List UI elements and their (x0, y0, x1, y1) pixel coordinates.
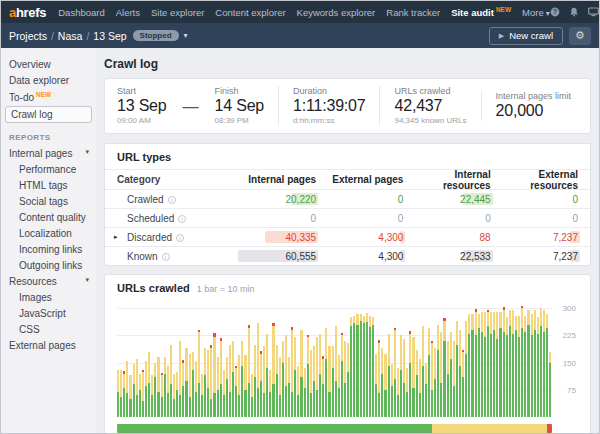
chart-bar[interactable] (484, 312, 486, 417)
chart-bar[interactable] (540, 308, 542, 417)
chart-bar[interactable] (288, 357, 290, 417)
chart-bar[interactable] (251, 374, 253, 418)
category-cell[interactable]: Crawledi (105, 194, 241, 205)
sidebar-item-javascript[interactable]: JavaScript (1, 305, 96, 321)
chart-bar[interactable] (356, 314, 358, 417)
breadcrumb-projects[interactable]: Projects (9, 30, 47, 42)
chart-bar[interactable] (223, 370, 225, 417)
chart-bar[interactable] (316, 337, 318, 417)
sidebar-item-html-tags[interactable]: HTML tags (1, 177, 96, 193)
chart-bar[interactable] (437, 325, 439, 417)
chart-bar[interactable] (372, 317, 374, 417)
category-cell[interactable]: Scheduledi (105, 213, 241, 224)
chart-bar[interactable] (157, 357, 159, 417)
column-header-external-pages[interactable]: External pages (328, 174, 415, 185)
chart-bar[interactable] (537, 317, 539, 417)
chart-bar[interactable] (388, 334, 390, 417)
chart-bar[interactable] (524, 316, 526, 418)
chart-bar[interactable] (123, 371, 125, 417)
chart-bar[interactable] (154, 363, 156, 417)
chart-bar[interactable] (471, 314, 473, 417)
chart-bar[interactable] (266, 334, 268, 417)
breadcrumb-13-sep[interactable]: 13 Sep (93, 30, 126, 42)
nav-item-site-audit[interactable]: Site auditNEW (451, 6, 511, 18)
chart-bar[interactable] (117, 370, 119, 417)
chart-bar[interactable] (431, 341, 433, 417)
chart-bar[interactable] (375, 354, 377, 417)
help-icon[interactable]: ? (550, 7, 560, 17)
expand-caret-icon[interactable]: ▸ (114, 233, 118, 241)
chart-bar[interactable] (338, 355, 340, 417)
chart-bar[interactable] (512, 310, 514, 417)
chevron-down-icon[interactable]: ▾ (184, 31, 188, 40)
chart-bar[interactable] (391, 364, 393, 417)
chart-bar[interactable] (546, 314, 548, 417)
chart-bar[interactable] (170, 345, 172, 418)
chart-bar[interactable] (397, 368, 399, 417)
chart-bar[interactable] (173, 374, 175, 418)
chart-bar[interactable] (422, 326, 424, 417)
chart-bar[interactable] (409, 331, 411, 417)
info-icon[interactable]: i (162, 253, 170, 261)
info-icon[interactable]: i (176, 234, 184, 242)
chart-bar[interactable] (126, 361, 128, 417)
chart-bar[interactable] (531, 314, 533, 417)
chart-bar[interactable] (353, 316, 355, 418)
chart-bar[interactable] (189, 354, 191, 417)
monitor-icon[interactable] (588, 7, 599, 17)
chart-bar[interactable] (235, 366, 237, 417)
bell-icon[interactable] (569, 7, 579, 17)
chart-bar[interactable] (182, 360, 184, 417)
chart-bar[interactable] (120, 370, 122, 417)
chart-bar[interactable] (335, 326, 337, 417)
chart-bar[interactable] (310, 350, 312, 417)
chart-bar[interactable] (263, 346, 265, 417)
chart-bar[interactable] (164, 357, 166, 417)
chart-bar[interactable] (129, 375, 131, 417)
chart-bar[interactable] (378, 340, 380, 417)
chart-bar[interactable] (406, 368, 408, 417)
chart-bar[interactable] (347, 343, 349, 417)
chart-bar[interactable] (496, 312, 498, 417)
chart-bar[interactable] (403, 339, 405, 417)
chart-bar[interactable] (229, 345, 231, 418)
chart-bar[interactable] (443, 318, 445, 417)
chart-bar[interactable] (475, 309, 477, 417)
chart-bar[interactable] (440, 332, 442, 417)
chart-bar[interactable] (453, 341, 455, 417)
chart-bar[interactable] (369, 316, 371, 417)
chart-bar[interactable] (341, 333, 343, 417)
sidebar-item-css[interactable]: CSS (1, 321, 96, 337)
chart-bar[interactable] (322, 356, 324, 417)
chart-bar[interactable] (254, 345, 256, 418)
settings-button[interactable]: ⚙ (569, 27, 591, 45)
nav-item-content-explorer[interactable]: Content explorer (215, 7, 285, 18)
chart-bar[interactable] (487, 310, 489, 417)
chart-bar[interactable] (300, 330, 302, 417)
chart-bar[interactable] (503, 307, 505, 417)
chart-bar[interactable] (232, 341, 234, 417)
sidebar-item-outgoing-links[interactable]: Outgoing links (1, 257, 96, 273)
chart-bar[interactable] (534, 310, 536, 417)
new-crawl-button[interactable]: ▶New crawl (489, 27, 563, 45)
chart-bar[interactable] (151, 375, 153, 417)
chart-bar[interactable] (527, 310, 529, 417)
chart-bar[interactable] (394, 328, 396, 417)
chart-bar[interactable] (313, 346, 315, 417)
chart-bar[interactable] (428, 328, 430, 417)
chart-bar[interactable] (521, 306, 523, 417)
chart-bar[interactable] (213, 333, 215, 417)
sidebar-item-data-explorer[interactable]: Data explorer (1, 72, 96, 88)
chart-bar[interactable] (509, 310, 511, 417)
column-header-external-resources[interactable]: External resources (503, 169, 590, 191)
chart-bar[interactable] (248, 325, 250, 417)
chart-bar[interactable] (179, 341, 181, 417)
chart-bar[interactable] (192, 352, 194, 417)
category-cell[interactable]: ▸Discardedi (105, 232, 241, 243)
chart-bar[interactable] (400, 335, 402, 417)
chart-bar[interactable] (207, 350, 209, 417)
chart-bar[interactable] (217, 357, 219, 417)
chart-bar[interactable] (133, 364, 135, 417)
chart-bar[interactable] (434, 348, 436, 417)
chart-bar[interactable] (241, 341, 243, 417)
